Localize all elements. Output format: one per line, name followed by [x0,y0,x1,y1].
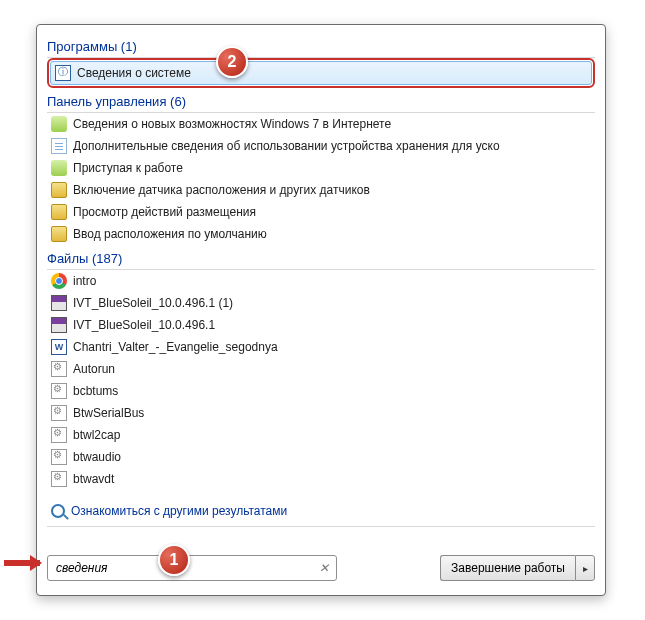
section-title: Программы [47,39,117,54]
file-item[interactable]: btwaudio [47,446,595,468]
item-label: bcbtums [73,384,118,398]
item-label: btwaudio [73,450,121,464]
program-item-system-info[interactable]: Сведения о системе [50,61,592,85]
item-label: btwl2cap [73,428,120,442]
sensor-icon [51,226,67,242]
item-label: btwavdt [73,472,114,486]
section-header-programs: Программы (1) [47,37,595,58]
inf-file-icon [51,449,67,465]
search-box[interactable]: ✕ [47,555,337,581]
search-icon [51,504,65,518]
item-label: Приступая к работе [73,161,183,175]
section-header-control-panel: Панель управления (6) [47,92,595,113]
item-label: Chantri_Valter_-_Evangelie_segodnya [73,340,278,354]
shutdown-options-arrow[interactable] [575,555,595,581]
more-results-label: Ознакомиться с другими результатами [71,504,287,518]
section-count: 6 [174,94,181,109]
annotation-callout-2: 2 [216,46,248,78]
divider [47,526,595,527]
item-label: IVT_BlueSoleil_10.0.496.1 (1) [73,296,233,310]
file-item[interactable]: Autorun [47,358,595,380]
control-panel-item[interactable]: Дополнительные сведения об использовании… [47,135,595,157]
control-panel-item[interactable]: Приступая к работе [47,157,595,179]
file-item[interactable]: W Chantri_Valter_-_Evangelie_segodnya [47,336,595,358]
control-panel-item[interactable]: Просмотр действий размещения [47,201,595,223]
bottom-bar: ✕ Завершение работы [47,551,595,585]
callout-number: 2 [228,53,237,71]
section-count: 187 [96,251,118,266]
archive-icon [51,295,67,311]
help-icon [51,160,67,176]
chrome-icon [51,273,67,289]
shutdown-label: Завершение работы [451,561,565,575]
control-panel-item[interactable]: Ввод расположения по умолчанию [47,223,595,245]
file-item[interactable]: BtwSerialBus [47,402,595,424]
word-doc-icon: W [51,339,67,355]
archive-icon [51,317,67,333]
shutdown-button[interactable]: Завершение работы [440,555,575,581]
system-info-icon [55,65,71,81]
control-panel-item[interactable]: Включение датчика расположения и других … [47,179,595,201]
annotation-arrow-1 [4,560,40,566]
item-label: IVT_BlueSoleil_10.0.496.1 [73,318,215,332]
file-item[interactable]: btwl2cap [47,424,595,446]
item-label: Просмотр действий размещения [73,205,256,219]
item-label: Сведения о новых возможностях Windows 7 … [73,117,391,131]
section-header-files: Файлы (187) [47,249,595,270]
item-label: Дополнительные сведения об использовании… [73,139,500,153]
section-count: 1 [125,39,132,54]
callout-number: 1 [170,551,179,569]
program-item-selected-wrap: Сведения о системе [47,58,595,88]
item-label: intro [73,274,96,288]
section-title: Панель управления [47,94,166,109]
item-label: Ввод расположения по умолчанию [73,227,267,241]
item-label: Autorun [73,362,115,376]
sensor-icon [51,204,67,220]
inf-file-icon [51,427,67,443]
shutdown-split-button: Завершение работы [440,555,595,581]
file-item[interactable]: bcbtums [47,380,595,402]
inf-file-icon [51,471,67,487]
file-item[interactable]: IVT_BlueSoleil_10.0.496.1 [47,314,595,336]
see-more-results-link[interactable]: Ознакомиться с другими результатами [47,500,595,522]
help-icon [51,116,67,132]
file-item[interactable]: btwavdt [47,468,595,490]
sensor-icon [51,182,67,198]
file-item[interactable]: IVT_BlueSoleil_10.0.496.1 (1) [47,292,595,314]
section-title: Файлы [47,251,88,266]
item-label: Включение датчика расположения и других … [73,183,370,197]
inf-file-icon [51,361,67,377]
file-item[interactable]: intro [47,270,595,292]
annotation-callout-1: 1 [158,544,190,576]
page-icon [51,138,67,154]
program-item-label: Сведения о системе [77,66,191,80]
control-panel-item[interactable]: Сведения о новых возможностях Windows 7 … [47,113,595,135]
item-label: BtwSerialBus [73,406,144,420]
inf-file-icon [51,383,67,399]
inf-file-icon [51,405,67,421]
clear-search-icon[interactable]: ✕ [316,560,332,576]
start-menu-search-panel: Программы (1) Сведения о системе Панель … [36,24,606,596]
